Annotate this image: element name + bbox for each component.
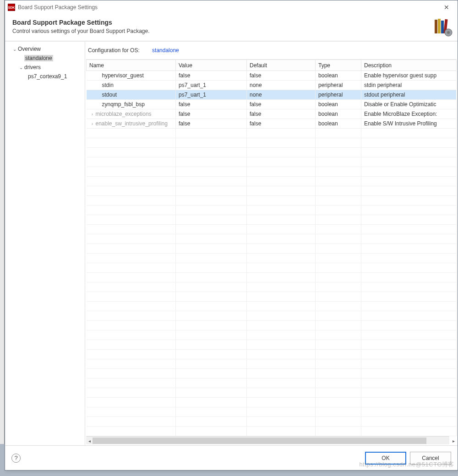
help-button[interactable]: ?: [11, 454, 21, 463]
table-row[interactable]: ›microblaze_exceptionsfalsefalsebooleanE…: [87, 109, 457, 119]
table-row-empty: [87, 359, 457, 369]
svg-rect-2: [441, 21, 444, 33]
cell-desc: Enable MicroBlaze Exception:: [361, 109, 457, 119]
app-icon: SDK: [8, 4, 15, 11]
chevron-right-icon[interactable]: ›: [89, 112, 96, 117]
table-row-empty: [87, 138, 457, 148]
table-row-empty: [87, 302, 457, 311]
col-header-description[interactable]: Description: [361, 60, 457, 71]
cell-type: peripheral: [316, 90, 361, 100]
chevron-right-icon[interactable]: ›: [89, 121, 96, 126]
table-row-empty: [87, 254, 457, 263]
cell-default: false: [247, 71, 316, 81]
window-title: Board Support Package Settings: [18, 4, 98, 11]
ok-button[interactable]: OK: [365, 452, 406, 465]
table-row[interactable]: zynqmp_fsbl_bspfalsefalsebooleanDisable …: [87, 100, 457, 109]
table-row[interactable]: hypervisor_guestfalsefalsebooleanEnable …: [87, 71, 457, 81]
tree-item-standalone[interactable]: standalone: [6, 54, 84, 63]
help-icon: ?: [14, 454, 17, 461]
settings-table[interactable]: Name Value Default Type Description hype…: [86, 60, 457, 436]
table-row-empty: [87, 186, 457, 196]
cell-desc: Enable hypervisor guest supp: [361, 71, 457, 81]
cell-desc: Disable or Enable Optimizatic: [361, 100, 457, 109]
col-header-type[interactable]: Type: [316, 60, 361, 71]
table-row-empty: [87, 167, 457, 177]
table-row-empty: [87, 157, 457, 167]
config-os-line: Configuration for OS: standalone: [85, 44, 458, 59]
dialog-footer: ? OK Cancel: [5, 445, 458, 470]
cancel-button[interactable]: Cancel: [410, 452, 451, 465]
cell-name: zynqmp_fsbl_bsp: [96, 101, 145, 108]
cell-name: stdout: [96, 92, 117, 98]
cell-value[interactable]: ps7_uart_1: [176, 81, 247, 90]
table-row-empty: [87, 206, 457, 215]
close-button[interactable]: ✕: [437, 2, 456, 13]
cell-name: microblaze_exceptions: [96, 111, 152, 117]
dialog-header: Board Support Package Settings Control v…: [5, 14, 458, 41]
chevron-down-icon[interactable]: ⌄: [11, 47, 18, 52]
table-row-empty: [87, 340, 457, 350]
cell-type: boolean: [316, 71, 361, 81]
cell-desc: Enable S/W Intrusive Profiling: [361, 119, 457, 129]
table-row-empty: [87, 427, 457, 436]
table-row-empty: [87, 407, 457, 417]
cell-default: false: [247, 119, 316, 129]
table-row-empty: [87, 234, 457, 244]
tree-label: Overview: [18, 46, 41, 52]
col-header-name[interactable]: Name: [87, 60, 176, 71]
page-title: Board Support Package Settings: [12, 19, 150, 26]
table-row[interactable]: stdoutps7_uart_1noneperipheralstdout per…: [87, 90, 457, 100]
table-row-empty: [87, 321, 457, 330]
cell-type: boolean: [316, 100, 361, 109]
bsp-settings-dialog: SDK Board Support Package Settings ✕ Boa…: [5, 0, 458, 471]
cell-value[interactable]: false: [176, 100, 247, 109]
cell-type: boolean: [316, 109, 361, 119]
table-row-empty: [87, 388, 457, 398]
cell-value[interactable]: ps7_uart_1: [176, 90, 247, 100]
table-row-empty: [87, 330, 457, 340]
table-row-empty: [87, 225, 457, 234]
col-header-value[interactable]: Value: [176, 60, 247, 71]
titlebar[interactable]: SDK Board Support Package Settings ✕: [5, 0, 458, 14]
settings-table-wrap: Name Value Default Type Description hype…: [86, 59, 457, 436]
cell-value[interactable]: false: [176, 71, 247, 81]
cell-value[interactable]: false: [176, 119, 247, 129]
col-header-default[interactable]: Default: [247, 60, 316, 71]
table-row-empty: [87, 311, 457, 321]
scroll-right-icon[interactable]: ▸: [450, 437, 457, 445]
nav-tree[interactable]: ⌄ Overview standalone ⌄ drivers ps7_cort…: [5, 42, 85, 445]
close-icon: ✕: [444, 4, 449, 11]
cell-name: stdin: [96, 82, 114, 88]
horizontal-scrollbar[interactable]: ◂ ▸: [86, 436, 449, 444]
svg-point-5: [447, 31, 450, 34]
table-row-empty: [87, 148, 457, 157]
table-row-empty: [87, 244, 457, 254]
cell-value[interactable]: false: [176, 109, 247, 119]
chevron-down-icon[interactable]: ⌄: [18, 65, 24, 70]
tree-label: ps7_cortexa9_1: [28, 73, 67, 80]
table-header-row[interactable]: Name Value Default Type Description: [87, 60, 457, 71]
tree-label: drivers: [24, 64, 41, 70]
cell-name: enable_sw_intrusive_profiling: [96, 120, 168, 127]
cell-default: none: [247, 81, 316, 90]
table-row[interactable]: stdinps7_uart_1noneperipheralstdin perip…: [87, 81, 457, 90]
tree-item-drivers[interactable]: ⌄ drivers: [6, 63, 84, 72]
table-row-empty: [87, 350, 457, 359]
cell-type: peripheral: [316, 81, 361, 90]
tree-item-overview[interactable]: ⌄ Overview: [6, 44, 84, 54]
table-row-empty: [87, 215, 457, 225]
tree-item-driver-ps7[interactable]: ps7_cortexa9_1: [6, 72, 84, 81]
cell-name: hypervisor_guest: [96, 72, 144, 79]
scroll-thumb[interactable]: [93, 438, 426, 444]
table-row-empty: [87, 129, 457, 138]
config-os-link[interactable]: standalone: [152, 47, 179, 54]
table-row-empty: [87, 292, 457, 302]
table-row[interactable]: ›enable_sw_intrusive_profilingfalsefalse…: [87, 119, 457, 129]
scroll-left-icon[interactable]: ◂: [86, 437, 93, 445]
main-panel: Configuration for OS: standalone Name Va…: [85, 42, 458, 445]
table-row-empty: [87, 282, 457, 292]
cell-type: boolean: [316, 119, 361, 129]
svg-rect-1: [438, 19, 441, 33]
table-row-empty: [87, 417, 457, 427]
svg-rect-0: [435, 20, 437, 33]
